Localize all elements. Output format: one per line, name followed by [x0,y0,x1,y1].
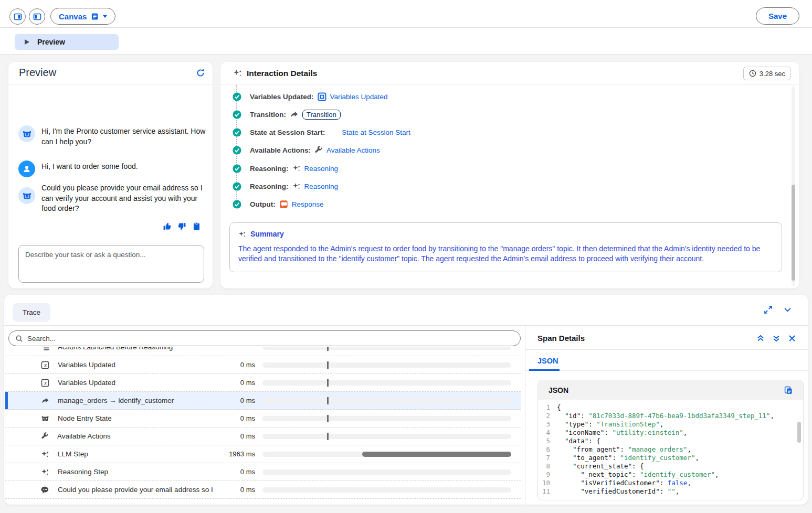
timeline-step: Available Actions: Available Actions [233,145,380,155]
trace-row-label: Could you please provide your email addr… [58,486,213,494]
summary-title: Summary [250,230,284,238]
toggle-right-panel-button[interactable] [9,8,26,25]
trace-row[interactable]: Available Actions 0 ms [5,428,521,445]
trace-row[interactable]: x Variables Updated 0 ms [5,374,521,392]
bot-avatar [18,125,35,142]
preview-tab-label: Preview [37,38,65,46]
variables-updated-link[interactable]: Variables Updated [330,93,388,101]
toggle-left-panel-button[interactable] [29,8,45,25]
state-at-session-start-link[interactable]: State at Session Start [342,129,410,136]
tab-trace[interactable]: Trace [13,303,50,322]
trace-row[interactable]: Reasoning Step 0 ms [5,463,521,481]
timeline-step: Output: Response [233,199,324,209]
double-chevron-down-icon[interactable] [772,334,781,343]
wrench-icon [314,146,323,154]
trace-row[interactable]: LLM Step 1963 ms [5,445,521,463]
list-sparkle-icon [41,347,49,351]
scrollbar-thumb[interactable] [792,185,795,281]
scrollbar[interactable] [792,86,795,286]
reasoning-link[interactable]: Reasoning [304,183,339,190]
panel-left-icon [33,13,41,21]
thumbs-down-icon[interactable] [177,222,186,231]
app-root: Canvas Save Preview Preview [0,0,812,513]
refresh-icon[interactable] [196,68,205,78]
json-code-area: 1{2 "id": "81c7033d-889f-47b6-bea9-1bdd3… [538,400,803,496]
sparkle-icon [238,230,246,238]
trace-row[interactable]: Actions Launched Before Reasoning [5,347,521,356]
json-code-card: JSON 1{2 "id": "81c7033d-889f-47b6-bea9-… [537,380,804,500]
trace-row-duration: 0 ms [213,379,255,387]
trace-row-bar [262,434,511,439]
trace-row-bar [262,347,511,350]
trace-row[interactable]: Could you please provide your email addr… [5,481,521,499]
summary-header: Summary [238,230,284,238]
svg-text:x: x [44,380,47,386]
chat-message: Could you please provide your email addr… [18,182,206,214]
trace-row-duration: 0 ms [213,361,255,369]
sparkle-icon [292,182,301,190]
timeline-step: Reasoning: Reasoning [233,163,338,174]
chat-message-text: Hi, I want to order some food. [41,161,206,177]
person-icon [22,164,31,174]
canvas-doc-icon [91,13,99,20]
robot-icon [41,414,49,423]
response-link[interactable]: Response [292,200,324,208]
trace-panel: Trace Actions Launched Before Reasoning [4,295,808,505]
tab-preview[interactable]: Preview [15,34,119,50]
close-icon[interactable] [788,334,796,343]
trace-row-duration: 0 ms [213,486,255,494]
check-circle-icon [233,200,241,209]
check-circle-icon [233,92,241,101]
save-button[interactable]: Save [756,7,799,25]
trace-row-duration: 0 ms [213,432,255,440]
trace-row[interactable]: x Variables Updated 0 ms [5,356,521,374]
svg-text:x: x [44,362,47,368]
summary-box: Summary The agent responded to the Admin… [229,222,782,272]
trace-row-duration: 0 ms [213,397,255,404]
transition-arrow-icon [41,397,49,405]
trace-row-label: manage_orders → identify_customer [58,397,213,404]
play-icon [24,39,30,45]
step-label: Reasoning: [250,165,289,173]
tab-json[interactable]: JSON [537,357,558,365]
double-chevron-up-icon[interactable] [756,334,765,343]
preview-tab-bar: Preview [0,28,812,55]
json-code-lines: 1{2 "id": "81c7033d-889f-47b6-bea9-1bdd3… [538,403,803,496]
canvas-button[interactable]: Canvas [50,8,115,25]
canvas-label: Canvas [59,12,87,21]
span-details-title: Span Details [537,334,585,343]
trace-row-bar [262,362,511,368]
preview-panel-header: Preview [8,62,213,84]
active-tab-underline [529,369,560,371]
trace-row-label: LLM Step [58,450,213,458]
transition-chip[interactable]: Transition [302,110,341,120]
panel-right-icon [14,13,22,21]
thumbs-up-icon[interactable] [163,222,172,231]
scrollbar-thumb[interactable] [797,422,801,443]
chat-input[interactable] [18,245,204,283]
search-input[interactable] [27,335,514,343]
available-actions-link[interactable]: Available Actions [326,146,380,154]
top-toolbar: Canvas Save [0,0,812,28]
robot-icon [22,129,32,139]
clipboard-icon[interactable] [192,222,201,231]
span-details-actions [756,334,796,343]
trace-row-bar [262,416,511,421]
step-label: Transition: [250,111,286,119]
expand-icon[interactable] [764,305,773,314]
interaction-details-title: Interaction Details [247,69,317,78]
trace-tab-label: Trace [23,308,40,316]
trace-row[interactable]: Node Entry State 0 ms [5,410,521,428]
chat-message: Hi, I'm the Pronto customer service assi… [18,125,206,147]
reasoning-link[interactable]: Reasoning [304,165,339,173]
chat-message-text: Hi, I'm the Pronto customer service assi… [41,125,206,147]
trace-row-label: Reasoning Step [58,468,213,476]
clock-icon [749,70,756,77]
chevron-down-icon[interactable] [783,305,792,314]
duration-badge-text: 3.28 sec [760,70,785,78]
copy-icon[interactable] [784,386,793,394]
trace-span-list: Actions Launched Before Reasoning x Vari… [5,347,521,502]
trace-row-selected[interactable]: manage_orders → identify_customer 0 ms [5,392,521,410]
chat-message-text: Could you please provide your email addr… [41,182,206,214]
response-icon [279,200,288,209]
